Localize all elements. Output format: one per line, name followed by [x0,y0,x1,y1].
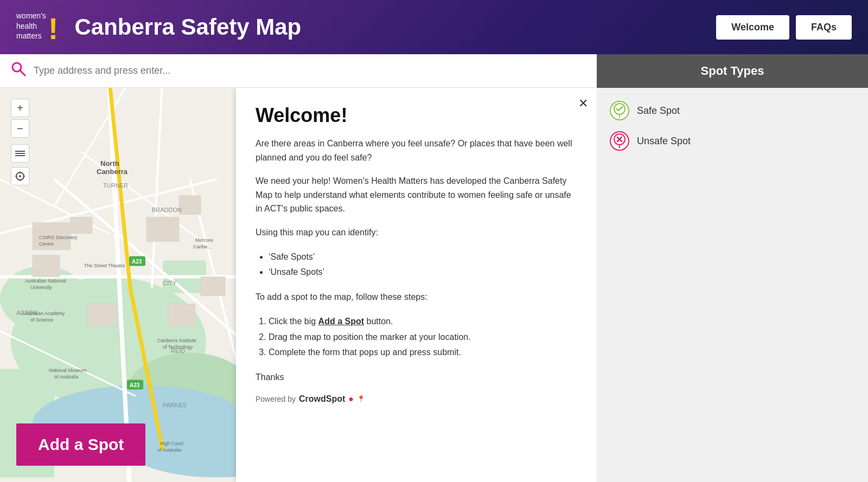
add-spot-button[interactable]: Add a Spot [16,423,145,466]
close-button[interactable]: ✕ [578,97,588,111]
svg-rect-57 [15,155,25,156]
safe-spot-item: Safe Spot [610,101,855,120]
welcome-para-1: Are there areas in Canberra where you fe… [256,137,577,164]
svg-rect-26 [146,217,179,242]
svg-text:BRADDON: BRADDON [152,207,182,213]
svg-text:The Street Theatre: The Street Theatre [84,263,125,268]
safe-spots-item: ‘Safe Spots’ [269,249,577,265]
svg-text:of Technology: of Technology [163,344,193,350]
steps-list: Click the big Add a Spot button. Drag th… [269,314,577,361]
svg-text:of Australia: of Australia [157,447,182,453]
add-a-spot-bold: Add a Spot [318,317,364,326]
safe-spot-icon [610,101,629,120]
map-container[interactable]: North Canberra TURNER BRADDON CITY ACTON… [0,88,597,482]
powered-by: Powered by CrowdSpot ● 📍 [256,394,577,404]
svg-text:Australian National: Australian National [25,278,66,284]
left-section: North Canberra TURNER BRADDON CITY ACTON… [0,54,597,482]
unsafe-spots-item: ‘Unsafe Spots’ [269,265,577,280]
svg-text:CITY: CITY [163,280,177,286]
zoom-out-button[interactable]: − [11,119,29,138]
search-input[interactable] [34,65,586,76]
svg-text:Australian Academy: Australian Academy [22,311,65,316]
step-1: Click the big Add a Spot button. [269,314,577,330]
welcome-button[interactable]: Welcome [716,15,789,40]
faqs-button[interactable]: FAQs [796,15,852,40]
svg-rect-58 [15,153,25,154]
layers-button[interactable] [11,144,29,163]
safe-spot-label: Safe Spot [637,105,680,117]
zoom-in-button[interactable]: + [11,99,29,117]
welcome-para-4: To add a spot to the map, follow these s… [256,290,577,304]
svg-text:of Science: of Science [30,317,53,323]
svg-text:A23: A23 [132,259,142,265]
map-controls: + − [11,99,29,185]
svg-rect-27 [179,196,201,215]
crowdspot-logo: CrowdSpot [299,394,345,404]
spot-types-list-items: ‘Safe Spots’ ‘Unsafe Spots’ [269,249,577,281]
welcome-para-5: Thanks [256,370,577,384]
svg-rect-24 [71,217,92,234]
step-3: Complete the form that pops up and press… [269,345,577,361]
welcome-para-2: We need your help! Women's Health Matter… [256,174,577,216]
svg-text:Mercure: Mercure [195,237,213,243]
svg-point-61 [19,175,21,177]
svg-text:of Australia: of Australia [54,374,79,380]
svg-text:CSIRO Discovery: CSIRO Discovery [39,235,78,240]
locate-button[interactable] [11,167,29,185]
svg-text:Canbe...: Canbe... [193,244,212,249]
welcome-para-3: Using this map you can identify: [256,226,577,240]
svg-text:University: University [30,285,52,290]
welcome-title: Welcome! [256,104,577,127]
search-bar [0,54,597,88]
svg-text:North: North [100,159,119,168]
svg-text:TURNER: TURNER [103,182,128,189]
unsafe-spot-label: Unsafe Spot [637,136,691,147]
svg-text:PARKES: PARKES [163,402,187,408]
svg-line-1 [20,70,25,75]
svg-rect-59 [15,151,25,152]
svg-rect-25 [87,304,117,326]
right-sidebar: Spot Types Safe Spot [597,54,868,482]
spot-types-list: Safe Spot Unsafe Spot [597,88,868,164]
svg-text:Canberra: Canberra [97,168,128,176]
logo-exclaim: ! [48,14,59,43]
logo-area: women's health matters ! [16,11,58,43]
svg-rect-23 [33,255,60,277]
unsafe-spot-item: Unsafe Spot [610,131,855,151]
header: women's health matters ! Canberra Safety… [0,0,868,54]
svg-text:High Court: High Court [160,441,184,446]
main: North Canberra TURNER BRADDON CITY ACTON… [0,54,868,482]
logo-text: women's health matters [16,11,46,41]
step-2: Drag the map to position the marker at y… [269,330,577,345]
svg-rect-28 [168,304,195,326]
nav-buttons: Welcome FAQs [716,15,852,40]
app-title: Canberra Safety Map [74,14,700,40]
svg-rect-29 [201,277,225,296]
svg-text:National Museum: National Museum [49,368,87,373]
spot-types-header: Spot Types [597,54,868,88]
welcome-panel: ✕ Welcome! Are there areas in Canberra w… [236,88,597,482]
svg-text:A23: A23 [130,382,140,388]
svg-text:Canberra Institute: Canberra Institute [157,338,196,343]
search-icon [11,61,26,80]
unsafe-spot-icon [610,131,629,151]
svg-text:Centre: Centre [39,241,54,247]
